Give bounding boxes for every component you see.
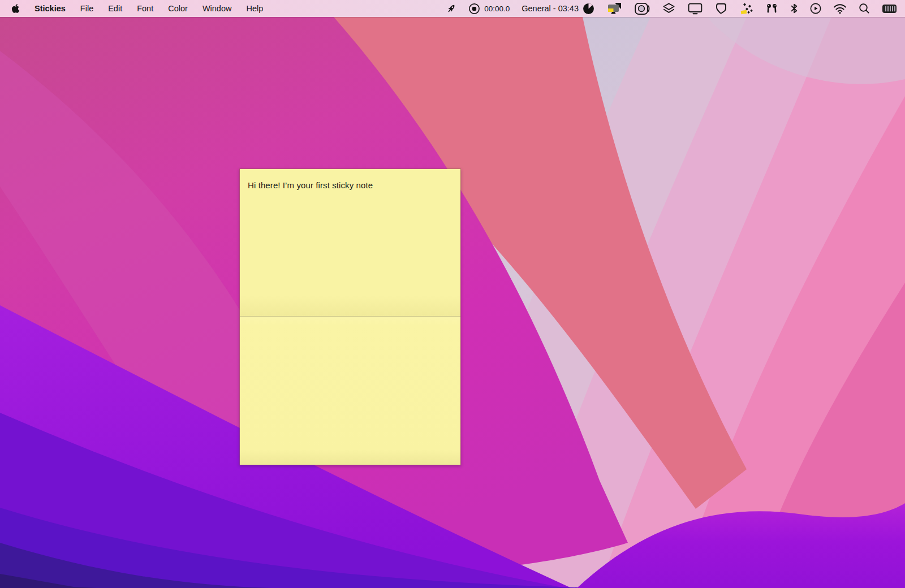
sticky-note-bottom[interactable]	[240, 317, 460, 465]
menu-bar-status: 00:00.0 General - 03:43	[446, 0, 905, 17]
screen-capture-app-icon[interactable]	[606, 0, 623, 17]
recording-timer-value: 00:00.0	[484, 5, 510, 13]
spotlight-search-icon[interactable]	[859, 0, 870, 17]
menu-file[interactable]: File	[80, 4, 93, 13]
battery-segments-icon[interactable]	[882, 0, 898, 17]
pie-timer-icon	[583, 0, 594, 17]
menu-bar-left: Stickies File Edit Font Color Window Hel…	[0, 0, 263, 17]
wifi-icon[interactable]	[833, 0, 847, 17]
now-playing-icon[interactable]	[810, 0, 821, 17]
record-stop-icon	[468, 0, 480, 17]
shield-app-icon[interactable]	[714, 0, 728, 17]
recording-timer[interactable]: 00:00.0	[468, 0, 510, 17]
menu-window[interactable]: Window	[202, 4, 232, 13]
display-icon[interactable]	[688, 0, 703, 17]
airpods-icon[interactable]	[765, 0, 778, 17]
focus-timer-label: General - 03:43	[522, 4, 579, 13]
sticky-note-top[interactable]: Hi there! I’m your first sticky note	[240, 169, 460, 317]
layers-app-icon[interactable]	[662, 0, 676, 17]
menu-bar: Stickies File Edit Font Color Window Hel…	[0, 0, 905, 17]
menu-font[interactable]: Font	[137, 4, 153, 13]
rocket-icon[interactable]	[446, 0, 456, 17]
menu-edit[interactable]: Edit	[108, 4, 122, 13]
camera-app-icon[interactable]	[635, 0, 650, 17]
bluetooth-icon[interactable]	[790, 0, 798, 17]
app-menu-stickies[interactable]: Stickies	[35, 4, 66, 13]
menu-color[interactable]: Color	[168, 4, 188, 13]
dice-app-icon[interactable]	[740, 0, 753, 17]
apple-logo-icon	[11, 0, 20, 17]
sticky-notes-stack: Hi there! I’m your first sticky note	[239, 168, 461, 465]
focus-timer[interactable]: General - 03:43	[522, 0, 594, 17]
sticky-note-text[interactable]: Hi there! I’m your first sticky note	[240, 169, 460, 191]
apple-menu[interactable]	[11, 0, 20, 17]
sticky-note-bottom-text[interactable]	[240, 317, 460, 328]
menu-help[interactable]: Help	[246, 4, 263, 13]
